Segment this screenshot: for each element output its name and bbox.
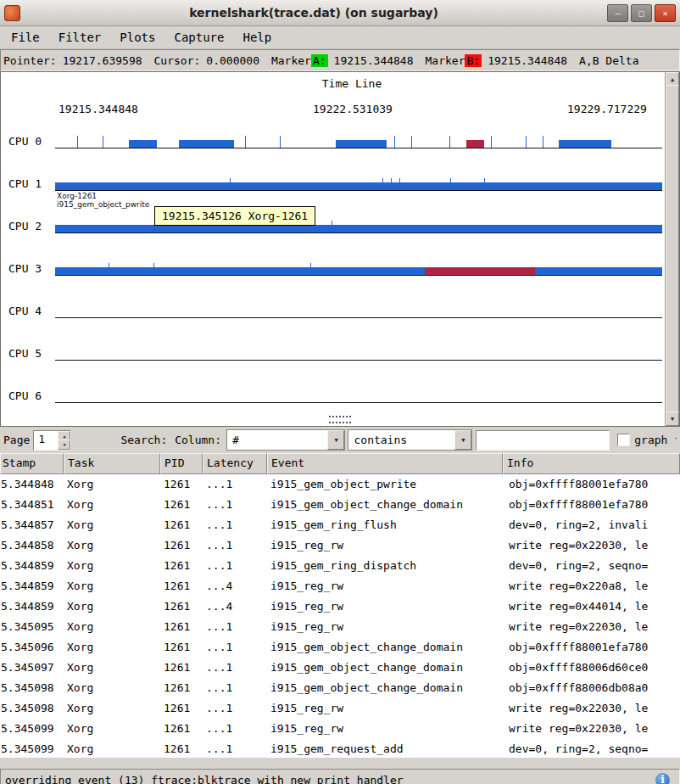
cell-task: Xorg — [64, 556, 160, 576]
event-tick[interactable] — [411, 136, 412, 148]
cpu-1-task-bar[interactable] — [55, 182, 662, 190]
marker-a-label: Marker — [271, 54, 311, 67]
cpu-baseline-1 — [55, 190, 662, 191]
table-row[interactable]: 5.344851Xorg1261...1i915_gem_object_chan… — [0, 495, 680, 515]
table-row[interactable]: 5.344858Xorg1261...1i915_reg_rwwrite reg… — [0, 535, 680, 556]
event-tick[interactable] — [245, 136, 246, 148]
cell-pid: 1261 — [160, 719, 203, 739]
menu-item-filter[interactable]: Filter — [49, 26, 111, 48]
scroll-down-icon[interactable]: ▼ — [666, 412, 679, 426]
table-row[interactable]: 5.345095Xorg1261...1i915_reg_rwwrite reg… — [0, 617, 680, 637]
event-tick[interactable] — [449, 136, 450, 148]
cpu-label-1: CPU 1 — [8, 177, 53, 190]
menu-item-help[interactable]: Help — [233, 26, 281, 48]
cpu-3-task-bar[interactable] — [425, 267, 535, 275]
cell-event: i915_gem_ring_flush — [267, 515, 503, 535]
event-tick[interactable] — [394, 136, 395, 148]
titlebar[interactable]: kernelshark(trace.dat) (on sugarbay) — □… — [0, 0, 680, 26]
cell-info: obj=0xffff88001efa780 — [503, 495, 680, 515]
event-tick[interactable] — [543, 136, 543, 148]
cell-stamp: 5.345099 — [0, 739, 64, 758]
cpu-0-task-bar[interactable] — [179, 140, 233, 148]
cpu-3-task-bar[interactable] — [55, 267, 662, 275]
maximize-button[interactable]: □ — [631, 4, 652, 22]
table-row[interactable]: 5.344857Xorg1261...1i915_gem_ring_flushd… — [0, 515, 680, 535]
chevron-down-icon[interactable]: ▼ — [327, 430, 344, 450]
cell-event: i915_gem_object_change_domain — [267, 658, 503, 678]
cell-info: write reg=0x22030, le — [503, 719, 680, 739]
menu-item-file[interactable]: File — [2, 26, 49, 48]
graph-follows-checkbox[interactable] — [617, 434, 630, 446]
menu-item-plots[interactable]: Plots — [110, 26, 164, 48]
event-tick[interactable] — [391, 178, 392, 190]
window-buttons: — □ ✕ — [607, 4, 676, 22]
column-header-task[interactable]: Task — [64, 453, 160, 474]
marker-a-badge[interactable]: A: — [311, 54, 328, 67]
splitter-handle[interactable] — [329, 416, 351, 423]
spin-down-icon[interactable]: ▼ — [58, 440, 70, 450]
table-body[interactable]: 5.344848Xorg1261...1i915_gem_object_pwri… — [0, 474, 680, 758]
info-icon[interactable]: i — [655, 773, 670, 784]
graph-scrollbar[interactable]: ▲ ▼ — [665, 72, 679, 426]
table-row[interactable]: 5.344859Xorg1261...4i915_reg_rwwrite reg… — [0, 596, 680, 617]
event-tick[interactable] — [491, 136, 492, 148]
status-message: overriding event (13) ftrace:blktrace wi… — [5, 774, 404, 784]
column-header-pid[interactable]: PID — [160, 453, 203, 474]
cell-info: write reg=0x22030, le — [503, 617, 680, 637]
column-header-event[interactable]: Event — [267, 453, 503, 474]
time-tick-label-left: 19215.344848 — [59, 103, 138, 115]
cpu-baseline-4 — [55, 317, 662, 318]
event-tick[interactable] — [153, 263, 154, 275]
cpu-2-task-bar[interactable] — [55, 225, 662, 232]
cpu-baseline-2 — [55, 232, 662, 233]
event-tick[interactable] — [77, 136, 78, 148]
table-row[interactable]: 5.345098Xorg1261...1i915_gem_object_chan… — [0, 678, 680, 698]
event-tick[interactable] — [399, 178, 400, 190]
column-select-value: # — [232, 434, 327, 446]
event-tick[interactable] — [450, 178, 451, 190]
event-tick[interactable] — [310, 263, 311, 275]
cell-event: i915_gem_object_change_domain — [267, 678, 503, 698]
menu-item-capture[interactable]: Capture — [164, 26, 233, 48]
table-row[interactable]: 5.345096Xorg1261...1i915_gem_object_chan… — [0, 637, 680, 658]
table-row[interactable]: 5.345098Xorg1261...1i915_reg_rwwrite reg… — [0, 698, 680, 719]
cursor-label: Cursor: — [154, 54, 201, 67]
table-row[interactable]: 5.344848Xorg1261...1i915_gem_object_pwri… — [0, 474, 680, 495]
table-row[interactable]: 5.345099Xorg1261...1i915_reg_rwwrite reg… — [0, 719, 680, 739]
timeline-graph[interactable]: Time Line 19215.344848 19222.531039 1922… — [0, 71, 680, 427]
event-tick[interactable] — [332, 221, 332, 232]
table-row[interactable]: 5.344859Xorg1261...4i915_reg_rwwrite reg… — [0, 576, 680, 596]
column-header-latency[interactable]: Latency — [203, 453, 267, 474]
table-row[interactable]: 5.344859Xorg1261...1i915_gem_ring_dispat… — [0, 556, 680, 576]
column-header-stamp[interactable]: Stamp — [0, 453, 64, 474]
close-button[interactable]: ✕ — [655, 4, 676, 22]
cpu-0-task-bar[interactable] — [336, 140, 387, 148]
cell-pid: 1261 — [160, 556, 203, 576]
scrollbar-thumb[interactable] — [666, 85, 679, 413]
cell-latency: ...4 — [203, 596, 267, 617]
cell-latency: ...1 — [203, 739, 267, 758]
cpu-0-task-bar[interactable] — [466, 140, 484, 148]
match-select[interactable]: contains ▼ — [348, 429, 472, 451]
column-header-info[interactable]: Info — [503, 453, 680, 474]
table-row[interactable]: 5.345097Xorg1261...1i915_gem_object_chan… — [0, 658, 680, 678]
chevron-down-icon[interactable]: ▼ — [454, 430, 471, 450]
event-tick[interactable] — [484, 178, 485, 190]
table-row[interactable]: 5.345099Xorg1261...1i915_gem_request_add… — [0, 739, 680, 758]
event-tick[interactable] — [280, 136, 281, 148]
cell-stamp: 5.344859 — [0, 596, 64, 617]
column-select[interactable]: # ▼ — [226, 429, 345, 451]
marker-b-badge[interactable]: B: — [465, 54, 482, 67]
cpu-0-task-bar[interactable] — [559, 140, 611, 148]
event-tick[interactable] — [382, 178, 383, 190]
marker-a-readout: MarkerA:19215.344848 — [271, 54, 414, 67]
minimize-button[interactable]: — — [607, 4, 628, 22]
cell-info: write reg=0x22030, le — [503, 698, 680, 719]
cpu-0-task-bar[interactable] — [129, 140, 157, 148]
event-tick[interactable] — [109, 263, 109, 275]
event-tick[interactable] — [103, 136, 103, 148]
page-spinbox[interactable]: 1 ▲ ▼ — [33, 430, 71, 451]
search-input[interactable] — [476, 430, 610, 451]
event-tick[interactable] — [526, 136, 527, 148]
event-tick[interactable] — [230, 178, 231, 190]
